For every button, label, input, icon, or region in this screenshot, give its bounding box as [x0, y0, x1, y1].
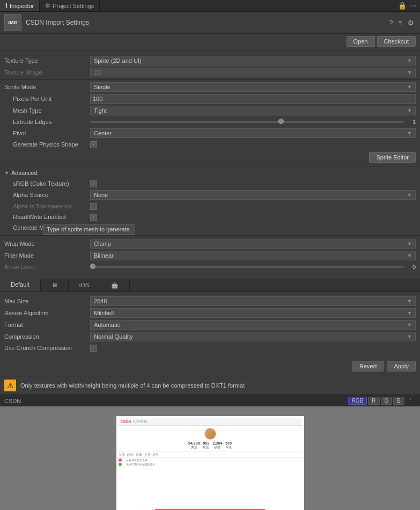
format-row: Format Automatic ▼ [0, 319, 420, 331]
revert-button[interactable]: Revert [352, 361, 384, 371]
channel-g-button[interactable]: G [381, 397, 393, 405]
aniso-level-slider[interactable]: 0 [90, 264, 416, 270]
inspector-tab-icon: ℹ [5, 2, 8, 9]
alpha-transparency-row: Alpha Is Transparency [0, 201, 420, 212]
action-buttons: Open Checkout [0, 34, 420, 49]
alpha-transparency-label: Alpha Is Transparency [4, 203, 90, 209]
project-settings-tab-label: Project Settings [53, 3, 94, 9]
settings-icon[interactable]: ⚙ [406, 18, 416, 28]
format-dropdown[interactable]: Automatic ▼ [90, 320, 416, 330]
compression-label: Compression [4, 333, 90, 340]
platform-tab-default[interactable]: Default [0, 279, 41, 292]
ss-row-2-title: 关注CSDN关注最新技术... [126, 463, 157, 467]
advanced-section-header[interactable]: ▼ Advanced [0, 167, 420, 178]
checkout-button[interactable]: Checkout [377, 36, 416, 47]
srgb-check[interactable] [90, 180, 97, 187]
pivot-row: Pivot Center ▼ [0, 127, 420, 139]
channel-buttons: RGB R G B ⋮ [348, 397, 416, 405]
generate-physics-checkbox[interactable] [90, 141, 416, 148]
ss-avatar [204, 428, 216, 440]
read-write-row: Read/Write Enabled [0, 212, 420, 222]
pixels-per-unit-row: Pixels Per Unit [0, 93, 420, 105]
header-title: CSDN Import Settings [26, 19, 383, 26]
texture-type-dropdown[interactable]: Sprite (2D and UI) ▼ [90, 56, 416, 65]
ss-url-path: 6.0%发现... [133, 419, 150, 424]
wrap-mode-arrow: ▼ [407, 241, 412, 246]
alpha-source-label: Alpha Source [4, 192, 90, 198]
pivot-dropdown[interactable]: Center ▼ [90, 128, 416, 138]
ss-row-icon [119, 458, 122, 462]
wrap-mode-dropdown[interactable]: Clamp ▼ [90, 239, 416, 249]
platform-tabs: Default 🖥 iOS 🤖 [0, 279, 420, 292]
ss-stat-3-num: 2,364 [212, 441, 222, 445]
aniso-level-value: 0 [407, 264, 416, 270]
generate-mip-label: Generate Mip Maps [4, 224, 90, 231]
open-button[interactable]: Open [347, 36, 375, 47]
pivot-label: Pivot [4, 130, 90, 136]
tab-project-settings[interactable]: ⚙ Project Settings [40, 0, 100, 11]
channel-r-button[interactable]: R [368, 397, 379, 405]
platform-tab-ios[interactable]: iOS [69, 279, 100, 292]
warning-icon: ⚠ [4, 380, 16, 391]
extrude-edges-row: Extrude Edges 1 [0, 116, 420, 127]
advanced-label: Advanced [11, 170, 38, 176]
max-size-dropdown[interactable]: 2048 ▼ [90, 296, 416, 306]
pixels-per-unit-input[interactable] [90, 94, 416, 104]
texture-shape-label: Texture Shape [4, 69, 90, 76]
ss-stat-4-label: 评论 [225, 445, 232, 450]
alpha-transparency-check[interactable] [90, 203, 97, 210]
srgb-checkbox[interactable] [90, 180, 416, 187]
pivot-arrow: ▼ [407, 130, 412, 136]
channel-more-icon[interactable]: ⋮ [406, 397, 416, 405]
inspector-tab-label: Inspector [10, 3, 34, 9]
generate-mip-check[interactable] [90, 224, 97, 231]
ss-col-2: 阅读 [127, 453, 134, 457]
filter-mode-arrow: ▼ [407, 253, 412, 258]
mesh-type-arrow: ▼ [407, 108, 412, 113]
filter-mode-dropdown[interactable]: Bilinear ▼ [90, 251, 416, 260]
channel-b-button[interactable]: B [393, 397, 404, 405]
more-icon[interactable]: ⋯ [410, 2, 417, 10]
aniso-level-label: Aniso Level [4, 264, 90, 270]
extrude-edges-track [90, 121, 404, 123]
generate-mip-checkbox[interactable] [90, 224, 416, 231]
extrude-edges-value: 1 [407, 119, 416, 125]
sprite-mode-dropdown[interactable]: Single ▼ [90, 82, 416, 92]
pixels-per-unit-label: Pixels Per Unit [4, 96, 90, 102]
ss-content: CSDN 6.0%发现... 94,208 关注 592 粉丝 2,364 获赞 [116, 416, 304, 511]
generate-physics-check[interactable] [90, 141, 97, 148]
aniso-level-track [90, 266, 404, 268]
sprite-editor-button[interactable]: Sprite Editor [369, 152, 416, 163]
texture-type-row: Texture Type Sprite (2D and UI) ▼ [0, 55, 420, 67]
max-size-arrow: ▼ [407, 298, 412, 304]
bottom-buttons-area: Revert Apply [0, 356, 420, 376]
read-write-checkbox[interactable] [90, 214, 416, 221]
texture-shape-dropdown[interactable]: 2D ▼ [90, 68, 416, 77]
mesh-type-dropdown[interactable]: Tight ▼ [90, 106, 416, 115]
compression-dropdown[interactable]: Normal Quality ▼ [90, 332, 416, 341]
ss-table-area: 文章 阅读 收藏 点赞 评论 分析开发技术文章... 关注CSDN关注最新技术.… [119, 451, 302, 467]
sprite-mode-row: Sprite Mode Single ▼ [0, 81, 420, 93]
read-write-check[interactable] [90, 214, 97, 221]
crunch-row: Use Crunch Compression [0, 343, 420, 353]
alpha-source-dropdown[interactable]: None ▼ [90, 190, 416, 200]
crunch-checkbox[interactable] [90, 345, 416, 352]
extrude-edges-slider[interactable]: 1 [90, 119, 416, 125]
android-tab-icon: 🤖 [111, 282, 119, 289]
sprite-mode-arrow: ▼ [407, 84, 412, 90]
crunch-check[interactable] [90, 345, 97, 352]
apply-button[interactable]: Apply [387, 361, 416, 371]
wrap-mode-label: Wrap Mode [4, 241, 90, 247]
presets-icon[interactable]: ≡ [396, 18, 404, 28]
generate-physics-label: Generate Physics Shape [4, 141, 90, 148]
help-icon[interactable]: ? [387, 18, 394, 28]
tab-inspector[interactable]: ℹ Inspector [0, 0, 40, 11]
channel-rgb-button[interactable]: RGB [348, 397, 367, 405]
platform-tab-pc[interactable]: 🖥 [41, 279, 69, 292]
platform-tab-android[interactable]: 🤖 [100, 279, 130, 292]
alpha-transparency-checkbox[interactable] [90, 203, 416, 210]
format-label: Format [4, 322, 90, 328]
lock-icon[interactable]: 🔒 [398, 2, 407, 10]
filter-mode-label: Filter Mode [4, 252, 90, 259]
resize-algo-dropdown[interactable]: Mitchell ▼ [90, 308, 416, 318]
